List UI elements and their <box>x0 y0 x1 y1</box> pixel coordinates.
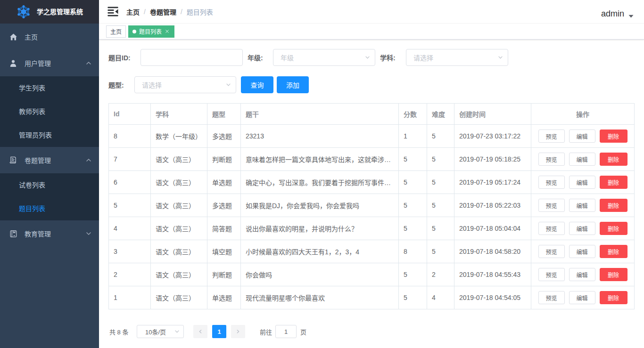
cell-actions: 预览 编辑 删除 <box>531 171 635 194</box>
cell-created: 2019-07-18 04:54:05 <box>454 286 531 309</box>
jump-page-input[interactable] <box>276 325 296 338</box>
sidebar-item-admin-list[interactable]: 管理员列表 <box>0 123 99 147</box>
submenu: 试卷列表题目列表 <box>0 173 99 220</box>
table-row: 1 语文（高三） 单选题 现代流量明星哪个你最喜欢 5 4 2019-07-18… <box>109 286 635 309</box>
cell-score: 5 <box>399 263 427 286</box>
cell-actions: 预览 编辑 删除 <box>531 263 635 286</box>
hamburger-icon[interactable] <box>107 6 118 17</box>
chevron-down-icon <box>174 329 180 334</box>
edit-button[interactable]: 编辑 <box>569 199 595 212</box>
col-qtype: 题型 <box>207 104 241 125</box>
user-dropdown[interactable]: admin <box>601 9 634 19</box>
delete-button[interactable]: 删除 <box>600 129 627 143</box>
table-row: 6 语文（高三） 单选题 确定中心，写出深意。我们要着于挖掘所写事件… 5 5 … <box>109 171 635 194</box>
app-title: 学之思管理系统 <box>37 0 83 24</box>
col-difficulty: 难度 <box>427 104 454 125</box>
logo-bar[interactable]: 学之思管理系统 <box>0 0 99 24</box>
preview-button[interactable]: 预览 <box>538 291 565 304</box>
question-id-label: 题目ID: <box>108 53 140 62</box>
add-button[interactable]: 添加 <box>277 76 309 93</box>
edit-button[interactable]: 编辑 <box>569 153 595 166</box>
next-page-button[interactable] <box>231 325 245 338</box>
jump-prefix: 前往 <box>260 327 272 336</box>
sidebar-item-paper-list[interactable]: 试卷列表 <box>0 173 99 197</box>
caret-down-icon <box>628 12 634 19</box>
question-id-input[interactable] <box>141 49 242 65</box>
education-book-icon <box>9 230 17 237</box>
cell-actions: 预览 编辑 删除 <box>531 240 635 263</box>
subject-label: 学科: <box>380 53 406 62</box>
jump-input-wrap <box>275 325 297 338</box>
home-icon <box>9 33 17 40</box>
delete-button[interactable]: 删除 <box>600 153 627 166</box>
edit-button[interactable]: 编辑 <box>569 176 595 189</box>
sidebar-item-user-management[interactable]: 用户管理 <box>0 50 99 76</box>
cell-stem: 现代流量明星哪个你最喜欢 <box>241 286 399 309</box>
pagination-total: 共 8 条 <box>109 327 137 336</box>
breadcrumb-home[interactable]: 主页 <box>126 7 140 16</box>
cell-created: 2019-07-18 04:58:20 <box>454 240 531 263</box>
cell-subject: 语文（高三） <box>151 171 207 194</box>
cell-id: 4 <box>109 217 151 240</box>
breadcrumb-current: 题目列表 <box>187 7 213 16</box>
delete-button[interactable]: 删除 <box>600 291 627 304</box>
table-row: 4 语文（高三） 简答题 说出你最喜欢的明星，并说明为什么？ 5 5 2019-… <box>109 217 635 240</box>
delete-button[interactable]: 删除 <box>600 268 627 281</box>
edit-button[interactable]: 编辑 <box>569 245 595 258</box>
cell-difficulty: 4 <box>427 286 454 309</box>
search-button[interactable]: 查询 <box>241 76 273 93</box>
subject-select[interactable]: 请选择 <box>406 49 508 66</box>
cell-difficulty: 5 <box>427 217 454 240</box>
preview-button[interactable]: 预览 <box>538 245 565 258</box>
delete-button[interactable]: 删除 <box>600 222 627 235</box>
preview-button[interactable]: 预览 <box>538 129 565 143</box>
edit-button[interactable]: 编辑 <box>569 129 595 143</box>
cell-subject: 语文（高三） <box>151 286 207 309</box>
cell-created: 2019-07-18 04:55:43 <box>454 263 531 286</box>
delete-button[interactable]: 删除 <box>600 245 627 258</box>
tag-question-list[interactable]: 题目列表 <box>128 25 174 38</box>
preview-button[interactable]: 预览 <box>538 176 565 189</box>
preview-button[interactable]: 预览 <box>538 268 565 281</box>
app-main: 题目ID: 年级: 年级 学科: 请选择 题型: 请选择 <box>99 40 644 348</box>
prev-page-button[interactable] <box>193 325 207 338</box>
tags-view: 主页 题目列表 <box>99 24 644 40</box>
edit-button[interactable]: 编辑 <box>569 222 595 235</box>
navbar: 主页 / 卷题管理 / 题目列表 admin <box>99 0 644 24</box>
sidebar-item-education-management[interactable]: 教育管理 <box>0 220 99 247</box>
tag-home[interactable]: 主页 <box>106 25 126 38</box>
tag-dot-icon <box>132 30 136 33</box>
edit-button[interactable]: 编辑 <box>569 268 595 281</box>
breadcrumb-exam-management[interactable]: 卷题管理 <box>150 7 176 16</box>
page-1-button[interactable]: 1 <box>212 325 226 338</box>
preview-button[interactable]: 预览 <box>538 222 565 235</box>
cell-qtype: 单选题 <box>207 286 241 309</box>
preview-button[interactable]: 预览 <box>538 199 565 212</box>
chevron-down-icon <box>365 55 370 60</box>
cell-created: 2019-07-18 05:22:03 <box>454 194 531 217</box>
cell-qtype: 多选题 <box>207 125 241 148</box>
cell-stem: 如果我是DJ，你会爱我吗，你会爱我吗 <box>241 194 399 217</box>
sidebar-item-student-list[interactable]: 学生列表 <box>0 76 99 100</box>
cell-id: 3 <box>109 240 151 263</box>
close-icon[interactable] <box>164 28 170 35</box>
cell-id: 2 <box>109 263 151 286</box>
cell-difficulty: 5 <box>427 171 454 194</box>
sidebar-item-question-list[interactable]: 题目列表 <box>0 197 99 220</box>
grade-select[interactable]: 年级 <box>273 49 375 66</box>
page-size-select[interactable]: 10条/页 <box>137 325 184 338</box>
sidebar-item-exam-management[interactable]: 卷题管理 <box>0 147 99 173</box>
cell-difficulty: 2 <box>427 263 454 286</box>
preview-button[interactable]: 预览 <box>538 153 565 166</box>
pagination: 共 8 条 10条/页 1 前往 页 <box>108 325 635 338</box>
delete-button[interactable]: 删除 <box>600 199 627 212</box>
cell-stem: 小时候最喜欢的四大天王有1，2，3，4 <box>241 240 399 263</box>
question-type-select[interactable]: 请选择 <box>134 76 236 93</box>
cell-score: 1 <box>399 125 427 148</box>
breadcrumb-separator: / <box>181 8 182 16</box>
delete-button[interactable]: 删除 <box>600 176 627 189</box>
cell-subject: 语文（高三） <box>151 240 207 263</box>
edit-button[interactable]: 编辑 <box>569 291 595 304</box>
sidebar-item-teacher-list[interactable]: 教师列表 <box>0 100 99 123</box>
sidebar-item-home[interactable]: 主页 <box>0 24 99 50</box>
